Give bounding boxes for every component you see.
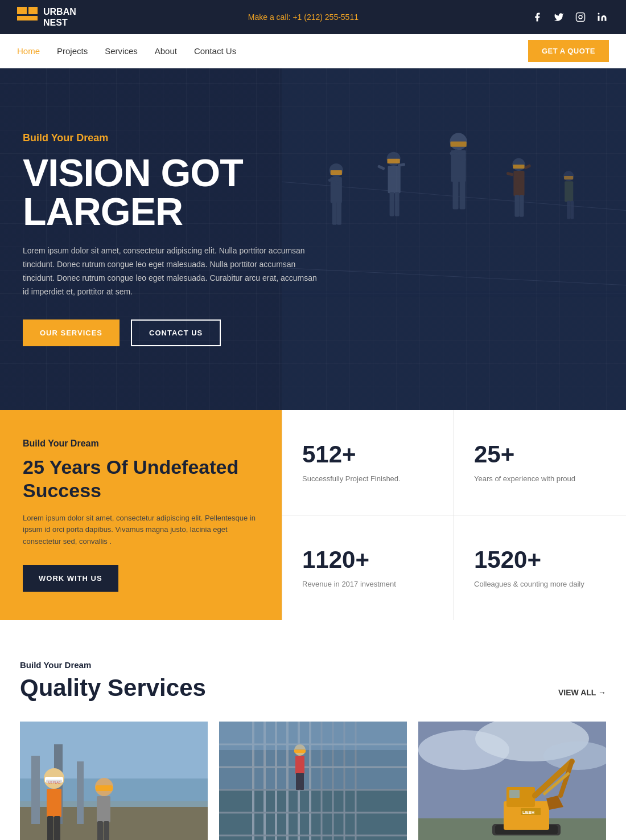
service-image-1: US FLAG	[20, 722, 208, 840]
nav-projects[interactable]: Projects	[57, 46, 88, 56]
service-card-2[interactable]	[219, 722, 407, 840]
nav-about[interactable]: About	[155, 46, 177, 56]
service-image-3: LIEBH	[418, 722, 606, 840]
navbar: Home Projects Services About Contact Us …	[0, 34, 626, 68]
stats-description: Lorem ipsum dolor sit amet, consectetur …	[23, 513, 259, 548]
svg-rect-0	[576, 13, 585, 22]
svg-rect-26	[460, 181, 466, 209]
svg-point-35	[563, 171, 574, 181]
services-grid: US FLAG	[20, 722, 606, 840]
svg-rect-47	[77, 761, 84, 824]
stats-section: Build Your Dream 25 Years Of Undefeated …	[0, 410, 626, 620]
view-all-link[interactable]: VIEW ALL →	[558, 688, 606, 702]
svg-rect-59	[96, 785, 113, 791]
svg-rect-82	[219, 722, 407, 750]
svg-rect-79	[296, 773, 300, 790]
section-header: Quality Services VIEW ALL →	[20, 674, 606, 702]
stat-cell-3: 1120+ Revenue in 2017 investment	[282, 515, 454, 620]
svg-rect-39	[564, 176, 573, 179]
stats-left-panel: Build Your Dream 25 Years Of Undefeated …	[0, 410, 282, 620]
svg-rect-57	[97, 821, 103, 840]
svg-rect-44	[20, 722, 208, 778]
nav-links: Home Projects Services About Contact Us	[17, 46, 236, 56]
service-card-3[interactable]: LIEBH	[418, 722, 606, 840]
svg-rect-19	[395, 192, 400, 216]
svg-rect-80	[300, 773, 304, 790]
logo-text: URBAN NEST	[43, 6, 76, 28]
svg-rect-20	[388, 159, 400, 163]
svg-rect-25	[452, 181, 458, 209]
logo: URBAN NEST	[17, 6, 76, 28]
svg-point-1	[579, 15, 582, 19]
svg-rect-32	[514, 195, 519, 216]
svg-text:LIEBH: LIEBH	[522, 810, 534, 814]
stat-label-3: Revenue in 2017 investment	[302, 579, 434, 589]
stat-number-1: 512+	[302, 441, 434, 468]
svg-rect-45	[31, 756, 40, 824]
svg-rect-58	[104, 821, 109, 840]
stats-tagline: Build Your Dream	[23, 439, 259, 449]
svg-rect-27	[450, 142, 466, 147]
top-bar: URBAN NEST Make a call: +1 (212) 255-551…	[0, 0, 626, 34]
service-card-1[interactable]: US FLAG	[20, 722, 208, 840]
work-with-us-button[interactable]: WORK WITH US	[23, 565, 118, 592]
svg-rect-49	[47, 789, 61, 817]
svg-rect-29	[513, 171, 524, 196]
svg-rect-50	[47, 816, 53, 840]
svg-rect-78	[295, 756, 304, 774]
svg-rect-37	[567, 200, 570, 219]
nav-home[interactable]: Home	[17, 46, 40, 56]
service-image-2	[219, 722, 407, 840]
instagram-icon[interactable]	[574, 10, 587, 24]
services-tagline: Build Your Dream	[20, 660, 606, 670]
svg-rect-15	[388, 166, 401, 193]
facebook-icon[interactable]	[530, 10, 544, 24]
linkedin-icon[interactable]	[595, 10, 609, 24]
svg-rect-38	[570, 200, 574, 219]
get-quote-button[interactable]: GET A QUOTE	[528, 40, 609, 62]
stat-number-3: 1120+	[302, 546, 434, 573]
nav-services[interactable]: Services	[105, 46, 138, 56]
svg-text:US FLAG: US FLAG	[48, 781, 61, 784]
logo-icon	[17, 7, 38, 27]
svg-point-3	[598, 13, 600, 15]
hero-tagline: Build Your Dream	[23, 132, 330, 144]
hero-title: VISION GOT LARGER	[23, 153, 330, 231]
social-links	[530, 10, 609, 24]
stat-number-2: 25+	[474, 441, 606, 468]
contact-us-button[interactable]: CONTACT US	[131, 319, 221, 346]
svg-rect-36	[565, 181, 573, 202]
stat-label-1: Successfully Project Finished.	[302, 474, 434, 484]
stat-cell-2: 25+ Years of experience with proud	[454, 410, 626, 515]
hero-description: Lorem ipsum dolor sit amet, consectetur …	[23, 244, 319, 298]
stat-number-4: 1520+	[474, 546, 606, 573]
hero-content: Build Your Dream VISION GOT LARGER Lorem…	[0, 132, 353, 346]
services-section: Build Your Dream Quality Services VIEW A…	[0, 620, 626, 840]
stat-cell-4: 1520+ Colleagues & counting more daily	[454, 515, 626, 620]
svg-rect-18	[390, 192, 394, 216]
hero-section: Build Your Dream VISION GOT LARGER Lorem…	[0, 68, 626, 410]
svg-rect-56	[97, 796, 110, 822]
svg-rect-22	[451, 150, 466, 182]
svg-rect-93	[509, 790, 520, 798]
stat-label-4: Colleagues & counting more daily	[474, 579, 606, 589]
nav-contact[interactable]: Contact Us	[194, 46, 236, 56]
stat-cell-1: 512+ Successfully Project Finished.	[282, 410, 454, 515]
our-services-button[interactable]: OUR SERVICES	[23, 319, 120, 346]
svg-rect-33	[519, 195, 524, 216]
phone-display: Make a call: +1 (212) 255-5511	[248, 12, 359, 22]
svg-rect-34	[513, 165, 524, 169]
services-title: Quality Services	[20, 674, 206, 702]
svg-rect-51	[54, 816, 60, 840]
twitter-icon[interactable]	[552, 10, 566, 24]
stats-title: 25 Years Of Undefeated Success	[23, 456, 259, 502]
hero-buttons: OUR SERVICES CONTACT US	[23, 319, 330, 346]
svg-point-2	[582, 14, 583, 15]
stats-grid: 512+ Successfully Project Finished. 25+ …	[282, 410, 626, 620]
stat-label-2: Years of experience with proud	[474, 474, 606, 484]
